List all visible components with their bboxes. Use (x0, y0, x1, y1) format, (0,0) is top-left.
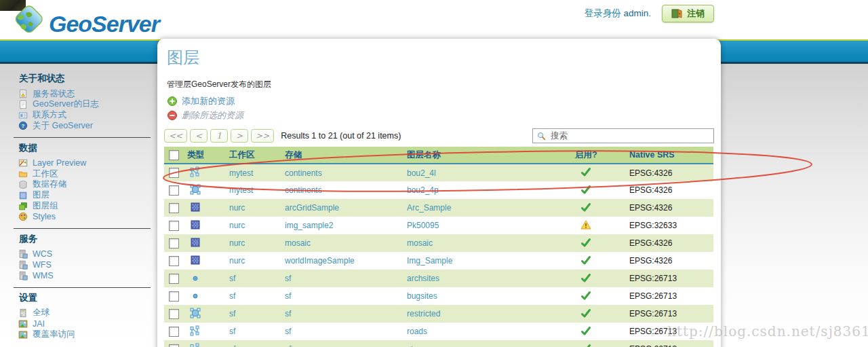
sidebar-item-styles[interactable]: Styles (18, 212, 157, 221)
row-checkbox[interactable] (169, 291, 179, 302)
sidebar-item-wfs[interactable]: WFS (18, 260, 157, 270)
column-header-native-srs[interactable]: Native SRS (627, 147, 713, 164)
sidebar-item-label[interactable]: WCS (33, 249, 52, 259)
store-link[interactable]: sf (285, 291, 291, 301)
workspace-link[interactable]: mytest (229, 185, 253, 195)
row-checkbox[interactable] (169, 327, 179, 337)
sidebar-item-label[interactable]: 覆盖率访问 (33, 329, 75, 340)
sidebar-item-folder-1-1[interactable]: 工作区 (18, 169, 157, 179)
workspace-link[interactable]: nurc (229, 238, 245, 248)
store-link[interactable]: sf (285, 327, 291, 336)
workspace-link[interactable]: nurc (229, 203, 245, 213)
layer-name-link[interactable]: bou2_4p (407, 185, 439, 195)
workspace-link[interactable]: sf (229, 327, 235, 336)
layer-name-link[interactable]: mosaic (407, 238, 433, 248)
row-checkbox[interactable] (169, 185, 179, 196)
layer-name-link[interactable]: Img_Sample (407, 256, 452, 266)
layer-name-link[interactable]: archsites (407, 274, 439, 283)
workspace-link[interactable]: mytest (229, 168, 253, 178)
sidebar-item-label[interactable]: 数据存储 (33, 179, 66, 190)
workspace-link[interactable]: sf (229, 309, 235, 318)
search-input[interactable] (532, 128, 714, 143)
sidebar-item-jai[interactable]: JAI (18, 319, 157, 329)
workspace-link[interactable]: sf (229, 274, 235, 283)
add-resource-link[interactable]: 添加新的资源 (182, 95, 235, 107)
table-row: nurcworldImageSampleImg_SampleEPSG:4326 (164, 252, 713, 270)
page-button-p0[interactable]: << (164, 129, 187, 143)
column-header-col3[interactable]: 图层名称 (404, 147, 572, 164)
geoserver-page: GeoServer 登录身份 admin. 注销 关于和状态服务器状态GeoSe… (0, 0, 868, 347)
column-header-col2[interactable]: 存储 (282, 147, 404, 164)
row-checkbox[interactable] (169, 344, 179, 347)
layer-name-link[interactable]: Arc_Sample (407, 203, 451, 213)
sidebar-item-label[interactable]: GeoServer的日志 (33, 98, 99, 110)
row-checkbox[interactable] (169, 309, 179, 319)
column-header-col0[interactable]: 类型 (184, 147, 226, 164)
sidebar-item-contact-0-2[interactable]: 联系方式 (18, 111, 157, 120)
layer-name-link[interactable]: roads (407, 327, 427, 336)
row-checkbox[interactable] (169, 168, 179, 178)
sidebar-item-global-3-0[interactable]: 全球 (18, 308, 157, 318)
row-checkbox[interactable] (169, 274, 179, 284)
logout-button[interactable]: 注销 (662, 5, 714, 22)
sidebar-item-label[interactable]: WFS (33, 260, 52, 270)
layer-name-link[interactable]: restricted (407, 309, 440, 318)
row-checkbox[interactable] (169, 221, 179, 231)
remove-resource-link[interactable]: 删除所选的资源 (182, 109, 243, 122)
store-link[interactable]: mosaic (285, 238, 311, 248)
page-button-p1[interactable]: < (190, 129, 208, 143)
page-button-1[interactable]: 1 (210, 129, 228, 143)
sidebar-item-wms[interactable]: WMS (18, 271, 157, 280)
store-link[interactable]: arcGridSample (285, 203, 339, 213)
sidebar-item-label[interactable]: 关于 GeoServer (33, 120, 93, 132)
layer-name-cell: restricted (404, 305, 572, 323)
line-type-icon (190, 325, 201, 336)
store-link[interactable]: img_sample2 (285, 221, 333, 230)
sidebar-item-label[interactable]: WMS (33, 271, 54, 280)
layer-name-link[interactable]: bugsites (407, 291, 437, 301)
row-checkbox[interactable] (169, 256, 179, 266)
sidebar-item-label[interactable]: Layer Preview (33, 158, 86, 168)
sidebar-item-label[interactable]: 联系方式 (33, 109, 66, 121)
sidebar-item-label[interactable]: 工作区 (33, 168, 58, 180)
sidebar-item-store-1-2[interactable]: 数据存储 (18, 180, 157, 189)
column-header-col4[interactable]: 启用? (572, 147, 627, 164)
sidebar-item-layer-1-3[interactable]: 图层 (18, 191, 157, 200)
remove-resource-row[interactable]: 删除所选的资源 (167, 109, 714, 122)
store-link[interactable]: continents (285, 168, 322, 178)
sidebar-item-label[interactable]: 图层组 (33, 200, 58, 212)
workspace-link[interactable]: nurc (229, 256, 245, 266)
remove-minus-icon (167, 110, 178, 121)
sidebar-item-label[interactable]: 图层 (33, 189, 50, 201)
workspace-link[interactable]: sf (229, 344, 235, 347)
row-checkbox[interactable] (169, 238, 179, 249)
column-header-col1[interactable]: 工作区 (226, 147, 282, 164)
store-link[interactable]: sf (285, 274, 291, 283)
layer-name-link[interactable]: streams (407, 344, 436, 347)
store-link[interactable]: worldImageSample (285, 256, 355, 266)
sidebar-item-label[interactable]: 全球 (33, 307, 50, 318)
layer-name-link[interactable]: Pk50095 (407, 221, 439, 230)
srs-value: EPSG:4326 (629, 238, 672, 248)
sidebar-item-label[interactable]: JAI (33, 319, 45, 329)
sidebar-item-layergroup-1-4[interactable]: 图层组 (18, 202, 157, 211)
layer-name-link[interactable]: bou2_4l (407, 168, 436, 178)
workspace-link[interactable]: nurc (229, 221, 245, 230)
sidebar-item-wcs[interactable]: WCS (18, 249, 157, 259)
sidebar-item-server-status-0-0[interactable]: 服务器状态 (18, 89, 157, 98)
sidebar-item-image-3-2[interactable]: 覆盖率访问 (18, 330, 157, 340)
select-all-checkbox[interactable] (169, 150, 179, 160)
store-link[interactable]: continents (285, 185, 322, 195)
page-button-p3[interactable]: > (231, 129, 248, 143)
sidebar-item-geoserver[interactable]: ?关于 GeoServer (18, 121, 157, 130)
sidebar-item-layer-preview[interactable]: Layer Preview (18, 158, 157, 168)
store-link[interactable]: sf (285, 344, 291, 347)
sidebar-item-label[interactable]: 服务器状态 (33, 88, 75, 100)
store-link[interactable]: sf (285, 309, 291, 318)
workspace-link[interactable]: sf (229, 291, 235, 301)
row-checkbox[interactable] (169, 203, 179, 213)
sidebar-item-label[interactable]: Styles (33, 212, 56, 221)
sidebar-item-geoserver[interactable]: GeoServer的日志 (18, 100, 157, 109)
page-button-p4[interactable]: >> (251, 129, 274, 143)
add-resource-row[interactable]: 添加新的资源 (167, 95, 714, 107)
